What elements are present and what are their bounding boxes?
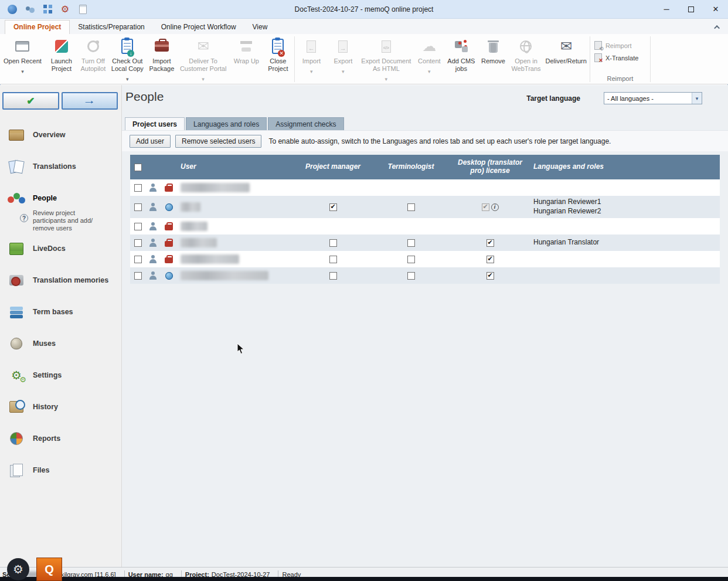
globe-user-icon <box>165 272 173 280</box>
target-language-label: Target language <box>526 94 580 103</box>
sidebar-item-settings[interactable]: ⚙ Settings <box>0 359 121 391</box>
close-button[interactable]: ✕ <box>703 1 728 18</box>
terminologist-checkbox[interactable] <box>407 272 415 280</box>
people-icon <box>6 189 27 207</box>
terminologist-checkbox[interactable] <box>407 256 415 263</box>
group-label-reimport: Reimport <box>591 74 649 84</box>
users-icon[interactable] <box>25 4 35 15</box>
pm-checkbox[interactable] <box>329 203 337 211</box>
sidebar-item-term-bases[interactable]: Term bases <box>0 296 121 328</box>
toolbox-icon <box>165 257 173 263</box>
people-description: ? Review project participants and add/ r… <box>0 209 121 233</box>
launch-project-button[interactable]: Launch Project <box>46 35 77 74</box>
pm-checkbox[interactable] <box>329 239 337 247</box>
select-all-checkbox[interactable] <box>134 164 142 171</box>
add-user-button[interactable]: Add user <box>130 135 171 148</box>
redacted-user-name <box>181 271 268 280</box>
row-checkbox[interactable] <box>134 239 142 247</box>
turn-off-autopilot-button[interactable]: Turn Off Autopilot <box>77 35 109 74</box>
roles-cell: Hungarian Translator <box>533 236 599 249</box>
deliver-return-button[interactable]: ✉ Deliver/Return <box>543 35 589 66</box>
user-icon <box>149 255 157 263</box>
desktop-license-checkbox[interactable] <box>487 239 494 247</box>
envelope-icon: ✉ <box>560 37 572 56</box>
import-button[interactable]: ← Import <box>295 35 327 76</box>
table-row: Hungarian Translator <box>130 235 720 251</box>
open-recent-icon <box>15 37 29 56</box>
memoq-taskbar-icon[interactable]: Q <box>36 558 62 581</box>
tab-assignment-checks[interactable]: Assignment checks <box>268 117 343 130</box>
remove-button[interactable]: Remove <box>477 35 509 66</box>
x-translate-button[interactable]: X-Translate <box>591 52 642 64</box>
chevron-down-icon <box>385 74 388 83</box>
taskbar-corner: ⚙ Q <box>0 558 66 581</box>
col-terminologist: Terminologist <box>372 163 450 171</box>
minimize-button[interactable]: ─ <box>654 1 679 18</box>
tab-view[interactable]: View <box>244 21 276 34</box>
export-document-as-html-button[interactable]: </> Export Document As HTML <box>359 35 413 84</box>
desktop-license-checkbox[interactable] <box>482 203 489 211</box>
toolbox-icon <box>165 225 173 230</box>
content-button[interactable]: ☁ Content <box>413 35 445 76</box>
import-package-button[interactable]: Import Package <box>146 35 178 74</box>
maximize-button[interactable] <box>679 1 703 18</box>
row-checkbox[interactable] <box>134 256 142 263</box>
sidebar-item-muses[interactable]: Muses <box>0 328 121 359</box>
help-icon[interactable]: ? <box>20 214 28 222</box>
tab-statistics-preparation[interactable]: Statistics/Preparation <box>70 21 152 34</box>
desktop-license-checkbox[interactable] <box>487 256 494 263</box>
export-button[interactable]: → Export <box>327 35 359 76</box>
tab-online-project-workflow[interactable]: Online Project Workflow <box>153 21 244 34</box>
log-icon[interactable] <box>77 4 88 15</box>
wrap-up-button[interactable]: Wrap Up <box>230 35 262 66</box>
row-checkbox[interactable] <box>134 203 142 211</box>
target-language-select[interactable]: - All languages - <box>604 92 702 104</box>
taskbar <box>0 577 728 581</box>
pm-checkbox[interactable] <box>329 256 337 263</box>
globe-icon <box>520 37 532 56</box>
row-checkbox[interactable] <box>134 272 142 280</box>
auto-assign-hint: To enable auto-assign, switch to the Lan… <box>268 137 611 145</box>
ribbon-tab-strip: Online Project Statistics/Preparation On… <box>0 19 728 34</box>
tab-online-project[interactable]: Online Project <box>5 20 70 34</box>
redacted-user-name <box>181 183 250 192</box>
desktop-license-checkbox[interactable] <box>487 272 494 280</box>
taskbar-settings-button[interactable]: ⚙ <box>7 558 29 580</box>
approve-button[interactable]: ✔ <box>2 92 59 110</box>
cloud-icon: ☁ <box>422 37 436 56</box>
collapse-ribbon-button[interactable] <box>713 23 722 31</box>
deliver-quick-button[interactable]: → <box>62 92 118 110</box>
tab-project-users[interactable]: Project users <box>125 117 185 130</box>
open-in-webtrans-button[interactable]: Open in WebTrans <box>509 35 543 74</box>
sidebar-item-livedocs[interactable]: LiveDocs <box>0 233 121 264</box>
sidebar-item-overview[interactable]: Overview <box>0 119 121 151</box>
page-title: People <box>125 90 164 104</box>
chevron-down-icon <box>126 74 129 83</box>
services-icon[interactable]: ⚙ <box>60 4 70 15</box>
open-recent-button[interactable]: Open Recent <box>1 35 44 76</box>
chevron-down-icon <box>21 67 24 75</box>
terminologist-checkbox[interactable] <box>407 203 415 211</box>
resources-icon[interactable] <box>42 4 53 15</box>
add-cms-jobs-button[interactable]: Add CMS jobs <box>445 35 477 74</box>
launch-project-icon <box>55 37 68 56</box>
term-bases-icon <box>6 303 27 321</box>
deliver-to-customer-portal-button[interactable]: ✉ Deliver To Customer Portal <box>178 35 229 84</box>
check-out-local-copy-button[interactable]: ↓ Check Out Local Copy <box>109 35 146 84</box>
sidebar-item-translations[interactable]: Translations <box>0 151 121 182</box>
sidebar-item-files[interactable]: Files <box>0 454 121 486</box>
remove-selected-users-button[interactable]: Remove selected users <box>175 135 261 148</box>
terminologist-checkbox[interactable] <box>407 239 415 247</box>
globe-user-icon <box>165 203 173 211</box>
row-checkbox[interactable] <box>134 184 142 192</box>
pm-checkbox[interactable] <box>329 272 337 280</box>
sidebar-item-history[interactable]: History <box>0 391 121 423</box>
cms-jobs-icon <box>454 37 468 56</box>
people-tabs: Project users Languages and roles Assign… <box>122 117 728 130</box>
sidebar-item-reports[interactable]: Reports <box>0 423 121 454</box>
row-checkbox[interactable] <box>134 223 142 230</box>
reimport-button[interactable]: Reimport <box>591 39 635 52</box>
tab-languages-and-roles[interactable]: Languages and roles <box>186 117 267 130</box>
close-project-button[interactable]: ✕ Close Project <box>262 35 294 74</box>
sidebar-item-translation-memories[interactable]: Translation memories <box>0 264 121 296</box>
